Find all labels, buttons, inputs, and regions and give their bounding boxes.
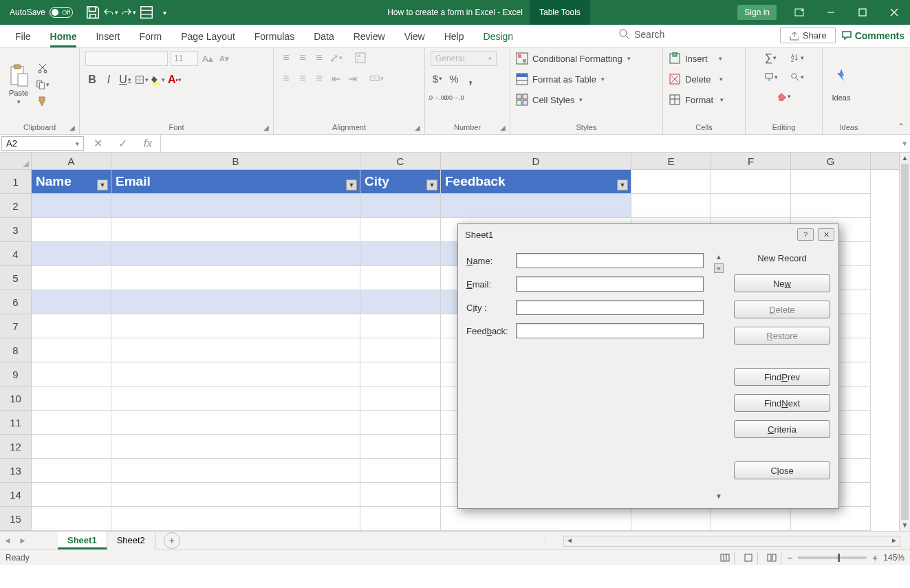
align-center-icon[interactable]: ≡ bbox=[296, 72, 310, 85]
row-header[interactable]: 1 bbox=[0, 170, 32, 194]
fill-icon[interactable]: ▾ bbox=[764, 70, 778, 84]
minimize-icon[interactable] bbox=[815, 0, 847, 25]
delete-cells-button[interactable]: Delete▾ bbox=[669, 72, 723, 87]
cut-icon[interactable] bbox=[36, 61, 50, 75]
font-launcher-icon[interactable]: ◢ bbox=[261, 122, 271, 132]
sort-filter-icon[interactable]: AZ▾ bbox=[790, 51, 804, 65]
alignment-launcher-icon[interactable]: ◢ bbox=[413, 122, 422, 132]
clipboard-launcher-icon[interactable]: ◢ bbox=[67, 122, 77, 132]
cell[interactable] bbox=[441, 194, 631, 218]
page-layout-view-icon[interactable] bbox=[740, 552, 758, 564]
comments-button[interactable]: Comments bbox=[841, 30, 904, 41]
row-header[interactable]: 8 bbox=[0, 338, 32, 362]
dialog-find-next-button[interactable]: Find Next bbox=[734, 394, 830, 412]
cell[interactable] bbox=[111, 242, 360, 266]
cell[interactable] bbox=[32, 483, 111, 507]
format-painter-icon[interactable] bbox=[36, 94, 50, 108]
scroll-right-icon[interactable]: ► bbox=[889, 536, 900, 546]
tab-split-icon[interactable]: ⋮ bbox=[542, 536, 549, 544]
row-header[interactable]: 2 bbox=[0, 194, 32, 218]
dialog-delete-button[interactable]: Delete bbox=[734, 301, 830, 318]
currency-icon[interactable]: $▾ bbox=[431, 72, 444, 85]
cell-styles-button[interactable]: Cell Styles▾ bbox=[516, 92, 583, 107]
autosave-toggle[interactable]: AutoSave Off bbox=[6, 7, 77, 18]
col-header-f[interactable]: F bbox=[711, 153, 791, 169]
font-size-input[interactable] bbox=[171, 51, 198, 66]
zoom-slider[interactable] bbox=[798, 556, 867, 559]
col-header-c[interactable]: C bbox=[360, 153, 441, 169]
filter-dropdown-icon[interactable]: ▼ bbox=[617, 179, 628, 190]
tab-file[interactable]: File bbox=[6, 27, 41, 47]
form-input-email[interactable] bbox=[516, 276, 704, 292]
save-icon[interactable] bbox=[85, 5, 100, 20]
tab-view[interactable]: View bbox=[395, 27, 435, 47]
row-header[interactable]: 10 bbox=[0, 386, 32, 411]
maximize-icon[interactable] bbox=[847, 0, 878, 25]
cell[interactable] bbox=[360, 386, 441, 411]
wrap-text-icon[interactable]: abc bbox=[354, 51, 367, 65]
cell[interactable] bbox=[32, 194, 111, 218]
cell[interactable] bbox=[111, 194, 360, 218]
cell[interactable] bbox=[360, 483, 441, 507]
zoom-out-icon[interactable]: − bbox=[787, 552, 792, 563]
vertical-scrollbar[interactable]: ▲ ▼ bbox=[899, 153, 910, 531]
fill-color-icon[interactable]: ▾ bbox=[151, 73, 165, 87]
decrease-indent-icon[interactable]: ⇤ bbox=[329, 72, 343, 85]
cell[interactable] bbox=[360, 459, 441, 483]
font-color-icon[interactable]: A▾ bbox=[168, 73, 182, 87]
zoom-in-icon[interactable]: + bbox=[872, 552, 878, 563]
signin-button[interactable]: Sign in bbox=[737, 5, 777, 20]
copy-icon[interactable]: ▾ bbox=[36, 78, 50, 91]
cell[interactable] bbox=[631, 507, 711, 531]
scroll-down-icon[interactable]: ▼ bbox=[900, 520, 910, 531]
enter-formula-icon[interactable]: ✓ bbox=[118, 137, 127, 150]
sheet-nav-next-icon[interactable]: ► bbox=[15, 536, 30, 545]
decrease-decimal-icon[interactable]: .00→.0 bbox=[447, 91, 461, 105]
share-button[interactable]: Share bbox=[780, 28, 836, 43]
cell[interactable] bbox=[111, 483, 360, 507]
cell[interactable] bbox=[32, 435, 111, 459]
sheet-nav-prev-icon[interactable]: ◄ bbox=[0, 536, 15, 545]
underline-icon[interactable]: U▾ bbox=[118, 73, 132, 87]
autosum-icon[interactable]: ∑▾ bbox=[764, 51, 778, 65]
align-middle-icon[interactable]: ≡ bbox=[296, 51, 310, 65]
expand-formula-icon[interactable]: ▾ bbox=[902, 138, 907, 149]
cell[interactable] bbox=[111, 290, 360, 314]
zoom-level[interactable]: 145% bbox=[883, 553, 904, 563]
cell[interactable] bbox=[360, 218, 441, 242]
percent-icon[interactable]: % bbox=[447, 72, 461, 85]
cell[interactable] bbox=[32, 242, 111, 266]
cell[interactable] bbox=[631, 170, 711, 194]
filter-dropdown-icon[interactable]: ▼ bbox=[426, 179, 437, 190]
align-bottom-icon[interactable]: ≡ bbox=[312, 51, 326, 65]
cell[interactable] bbox=[360, 290, 441, 314]
cell[interactable] bbox=[711, 194, 791, 218]
format-cells-button[interactable]: Format▾ bbox=[669, 92, 724, 107]
cell[interactable] bbox=[111, 266, 360, 290]
dialog-scroll-thumb[interactable]: ≡ bbox=[714, 263, 724, 273]
dialog-criteria-button[interactable]: Criteria bbox=[734, 420, 830, 438]
cell[interactable] bbox=[360, 194, 441, 218]
find-select-icon[interactable]: ▾ bbox=[790, 70, 804, 84]
number-launcher-icon[interactable]: ◢ bbox=[498, 122, 508, 132]
cell[interactable]: Feedback▼ bbox=[441, 170, 631, 194]
form-input-name[interactable] bbox=[516, 253, 704, 268]
filter-dropdown-icon[interactable]: ▼ bbox=[346, 179, 357, 190]
dialog-new-button[interactable]: New bbox=[734, 274, 830, 292]
dialog-close-button[interactable]: Close bbox=[734, 461, 830, 479]
cell[interactable] bbox=[711, 507, 791, 531]
borders-icon[interactable]: ▾ bbox=[135, 73, 149, 87]
cell[interactable] bbox=[441, 507, 631, 531]
tab-formulas[interactable]: Formulas bbox=[245, 27, 304, 47]
select-all-button[interactable] bbox=[0, 153, 32, 169]
dialog-close-icon[interactable]: ✕ bbox=[818, 228, 834, 241]
cell[interactable]: Email▼ bbox=[111, 170, 360, 194]
tab-data[interactable]: Data bbox=[304, 27, 344, 47]
cell[interactable] bbox=[111, 338, 360, 362]
clear-icon[interactable]: ▾ bbox=[777, 89, 791, 103]
cell[interactable] bbox=[32, 218, 111, 242]
cell[interactable]: City▼ bbox=[360, 170, 441, 194]
increase-indent-icon[interactable]: ⇥ bbox=[345, 72, 359, 85]
cancel-formula-icon[interactable]: ✕ bbox=[94, 137, 102, 150]
row-header[interactable]: 4 bbox=[0, 242, 32, 266]
